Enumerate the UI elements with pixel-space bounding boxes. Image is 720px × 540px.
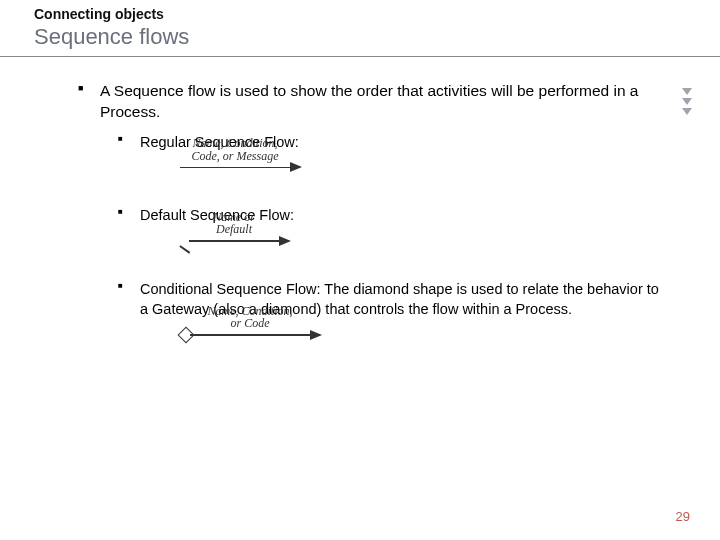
- arrow-shaft-wrap: Name or Default: [189, 240, 279, 242]
- page-title: Sequence flows: [34, 24, 720, 50]
- arrow-label: Name, Condition, Code, or Message: [180, 137, 290, 162]
- intro-text: A Sequence flow is used to show the orde…: [100, 82, 638, 120]
- arrow-head-icon: [290, 162, 302, 172]
- arrow: Name, Condition, or Code: [180, 329, 660, 341]
- triangle-down-icon: [682, 98, 692, 105]
- arrow-shaft: [190, 334, 310, 336]
- arrow-head-icon: [310, 330, 322, 340]
- decor-triangles: [682, 88, 692, 115]
- arrow-label-line2: Code, or Message: [180, 150, 290, 163]
- triangle-down-icon: [682, 108, 692, 115]
- item-conditional: Conditional Sequence Flow: The diamond s…: [118, 280, 660, 341]
- bullet-level-1: A Sequence flow is used to show the orde…: [78, 81, 660, 341]
- arrow-shaft: [189, 240, 279, 242]
- content: A Sequence flow is used to show the orde…: [0, 57, 720, 341]
- page-number: 29: [676, 509, 690, 524]
- arrow-shaft-wrap: Name, Condition, or Code: [190, 334, 310, 336]
- regular-flow-diagram: Name, Condition, Code, or Message: [180, 162, 660, 172]
- conditional-flow-diagram: Name, Condition, or Code: [180, 329, 660, 341]
- slide: Connecting objects Sequence flows A Sequ…: [0, 0, 720, 540]
- arrow: Name or Default: [180, 236, 660, 246]
- item-regular: Regular Sequence Flow: Name, Condition, …: [118, 133, 660, 173]
- arrow: Name, Condition, Code, or Message: [180, 162, 660, 172]
- arrow-label: Name or Default: [189, 211, 279, 236]
- item-default: Default Sequence Flow: Name or Default: [118, 206, 660, 246]
- intro-bullet: A Sequence flow is used to show the orde…: [78, 81, 660, 341]
- arrow-label: Name, Condition, or Code: [190, 305, 310, 330]
- arrow-label-line2: or Code: [190, 317, 310, 330]
- arrow-shaft-wrap: Name, Condition, Code, or Message: [180, 167, 290, 169]
- supertitle: Connecting objects: [34, 6, 720, 22]
- arrow-head-icon: [279, 236, 291, 246]
- arrow-shaft: [180, 167, 290, 169]
- slide-header: Connecting objects Sequence flows: [0, 0, 720, 50]
- arrow-label-line2: Default: [189, 223, 279, 236]
- default-flow-diagram: Name or Default: [180, 236, 660, 246]
- arrow-label-line1: Name, Condition,: [180, 137, 290, 150]
- triangle-down-icon: [682, 88, 692, 95]
- bullet-level-2: Regular Sequence Flow: Name, Condition, …: [100, 133, 660, 341]
